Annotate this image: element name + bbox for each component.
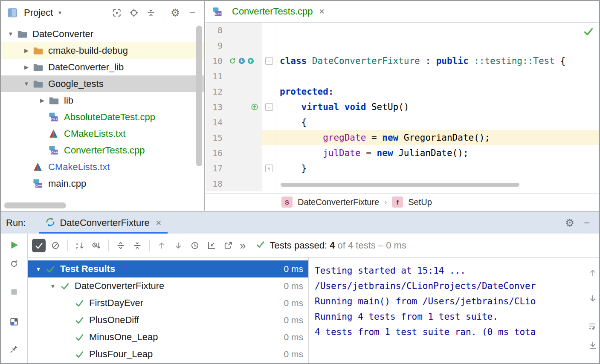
chevron-expanded-icon[interactable]: ▼ (4, 31, 17, 37)
tree-item-dateconverter-lib[interactable]: ▶DateConverter_lib (1, 59, 204, 75)
tree-item-lib[interactable]: ▶lib (1, 92, 204, 109)
show-passed-toggle[interactable] (32, 239, 46, 252)
run-tool-window: Run: DateConverterFixture ✕ ⚙ − (1, 211, 599, 363)
run-tab-dateconverterfixture[interactable]: DateConverterFixture ✕ (39, 212, 168, 234)
test-duration: 0 ms (284, 349, 303, 359)
run-main: az » Tests passed: 4 of 4 tests – 0 ms (1, 234, 599, 363)
hide-panel-button[interactable]: − (185, 6, 200, 20)
test-name: Test Results (60, 263, 115, 274)
tree-item-cmake-build-debug[interactable]: ▶cmake-build-debug (1, 42, 204, 59)
tree-item-absolutedatetest-cpp[interactable]: C++AbsoluteDateTest.cpp (1, 109, 204, 125)
inspections-ok-icon[interactable] (583, 26, 594, 39)
chevron-expanded-icon[interactable]: ▼ (46, 283, 59, 289)
sort-by-duration-button[interactable] (90, 239, 103, 252)
export-test-results-button[interactable] (221, 239, 235, 252)
tree-item-cmakelists-txt[interactable]: CMakeLists.txt (1, 125, 204, 142)
collapse-all-button[interactable] (130, 239, 144, 252)
code-line-14[interactable]: 14 { (206, 115, 599, 130)
console-line: Running 4 tests from 1 test suite. (315, 309, 586, 324)
previous-failed-test-button[interactable] (155, 239, 168, 252)
code-line-15[interactable]: 15 gregDate = new GregorianDate(); (206, 130, 599, 145)
console-line: Testing started at 15:14 ... (315, 263, 586, 278)
console-line: /Users/jetbrains/CLionProjects/DateConve… (315, 278, 586, 294)
sort-alphabetically-button[interactable]: az (73, 239, 87, 252)
chevron-collapsed-icon[interactable]: ▶ (36, 97, 49, 104)
cpp-icon: C++ (49, 112, 60, 123)
select-opened-file-button[interactable] (110, 6, 124, 20)
next-failed-test-button[interactable] (171, 239, 185, 252)
close-tab-icon[interactable]: ✕ (156, 219, 162, 228)
project-horizontal-scrollbar[interactable] (4, 202, 66, 208)
fold-marker[interactable]: − (262, 53, 276, 69)
code-text: class DateConverterFixture : public ::te… (276, 53, 599, 69)
project-vertical-scrollbar[interactable] (196, 26, 202, 166)
show-ignored-toggle[interactable] (49, 239, 62, 252)
fold-column (262, 145, 276, 161)
status-rest: of 4 tests – 0 ms (337, 240, 406, 251)
test-row-firstdayever[interactable]: FirstDayEver0 ms (28, 295, 308, 312)
chevron-expanded-icon[interactable]: ▼ (20, 81, 33, 87)
settings-button[interactable]: ⚙ (168, 6, 183, 20)
soft-wrap-button[interactable] (588, 322, 597, 333)
tree-item-cmakelists-txt[interactable]: CMakeLists.txt (1, 159, 204, 175)
breadcrumb-item[interactable]: DateConverterFixture (298, 197, 379, 207)
gutter-icons[interactable] (227, 99, 262, 115)
strip-separator (7, 336, 21, 336)
tree-item-google-tests[interactable]: ▼Google_tests (1, 75, 204, 92)
test-row-plusonediff[interactable]: PlusOneDiff0 ms (28, 312, 308, 329)
test-runner-layout-button[interactable] (9, 317, 19, 328)
test-history-button[interactable] (188, 239, 202, 252)
console-line: 4 tests from 1 test suite ran. (0 ms tot… (315, 324, 586, 340)
collapse-all-button[interactable] (144, 6, 158, 20)
code-line-12[interactable]: 12protected: (206, 84, 599, 99)
pin-tab-button[interactable] (9, 344, 19, 355)
rerun-button[interactable] (9, 240, 20, 252)
editor-tab-label: ConverterTests.cpp (232, 6, 313, 17)
rerun-failed-tests-button[interactable] (9, 259, 19, 270)
code-line-9[interactable]: 9 (206, 38, 599, 53)
code-line-8[interactable]: 8 (206, 23, 599, 38)
code-line-16[interactable]: 16 julDate = new JulianDate(); (206, 145, 599, 161)
chevron-collapsed-icon[interactable]: ▶ (20, 64, 33, 70)
run-right: az » Tests passed: 4 of 4 tests – 0 ms (28, 234, 599, 363)
editor-tab-convertertests[interactable]: C++ ConverterTests.cpp ✕ (206, 1, 332, 22)
code-line-11[interactable]: 11 (206, 69, 599, 84)
locate-target-button[interactable] (127, 6, 141, 20)
test-row-dateconverterfixture[interactable]: ▼DateConverterFixture0 ms (28, 277, 308, 295)
tree-item-dateconverter[interactable]: ▼DateConverter (1, 26, 204, 42)
more-actions-button[interactable]: » (240, 240, 246, 251)
project-tree: ▼DateConverter▶cmake-build-debug▶DateCon… (1, 26, 204, 192)
scroll-to-end-button[interactable] (588, 341, 597, 352)
settings-button[interactable]: ⚙ (562, 216, 577, 230)
gutter-icons (227, 69, 262, 84)
import-test-results-button[interactable] (205, 239, 218, 252)
tree-item-convertertests-cpp[interactable]: C++ConverterTests.cpp (1, 142, 204, 159)
code-line-17[interactable]: 17˄ } (206, 161, 599, 176)
code-editor[interactable]: 8910−class DateConverterFixture : public… (206, 23, 599, 193)
chevron-collapsed-icon[interactable]: ▶ (20, 47, 33, 54)
gutter-icons[interactable] (227, 53, 262, 69)
tree-item-main-cpp[interactable]: C++main.cpp (1, 175, 204, 192)
tree-item-label: cmake-build-debug (48, 45, 128, 56)
fold-marker[interactable]: − (262, 99, 276, 115)
close-tab-icon[interactable]: ✕ (319, 7, 325, 16)
scroll-up-button[interactable] (588, 268, 597, 279)
project-title[interactable]: Project (24, 7, 53, 18)
editor-horizontal-scrollbar[interactable] (281, 183, 519, 187)
breadcrumb-item[interactable]: SetUp (408, 197, 432, 207)
console-output[interactable]: Testing started at 15:14 .../Users/jetbr… (308, 258, 586, 363)
chevron-expanded-icon[interactable]: ▼ (32, 266, 45, 272)
chevron-down-icon[interactable]: ▼ (57, 10, 62, 16)
test-row-test-results[interactable]: ▼Test Results0 ms (28, 260, 308, 277)
test-row-minusone-leap[interactable]: MinusOne_Leap0 ms (28, 329, 308, 346)
hide-panel-button[interactable]: − (580, 216, 594, 230)
expand-all-button[interactable] (114, 239, 128, 252)
scroll-down-button[interactable] (588, 294, 597, 305)
line-number: 13 (206, 99, 227, 115)
test-row-plusfour-leap[interactable]: PlusFour_Leap0 ms (28, 346, 308, 363)
code-line-10[interactable]: 10−class DateConverterFixture : public :… (206, 53, 599, 69)
code-line-13[interactable]: 13− virtual void SetUp() (206, 99, 599, 115)
code-text: { (276, 115, 599, 130)
code-text (276, 69, 599, 84)
fold-marker[interactable]: ˄ (262, 161, 276, 176)
